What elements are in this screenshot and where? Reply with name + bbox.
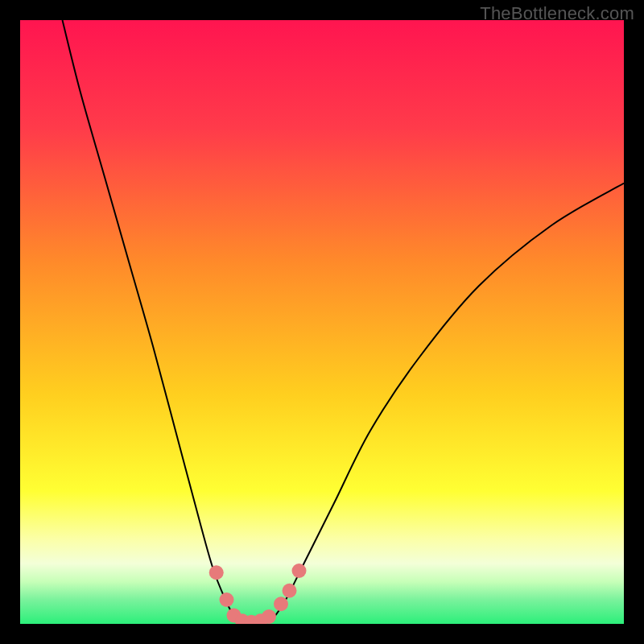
chart-frame bbox=[20, 20, 624, 624]
chart-curves bbox=[20, 20, 624, 624]
data-marker bbox=[274, 597, 288, 611]
data-marker bbox=[220, 592, 234, 607]
data-marker bbox=[292, 564, 307, 578]
watermark-text: TheBottleneck.com bbox=[480, 3, 634, 24]
data-marker bbox=[209, 565, 224, 580]
data-marker bbox=[283, 584, 297, 598]
curve-left-curve bbox=[63, 20, 235, 618]
curve-right-curve bbox=[274, 184, 624, 618]
data-marker bbox=[262, 609, 276, 624]
